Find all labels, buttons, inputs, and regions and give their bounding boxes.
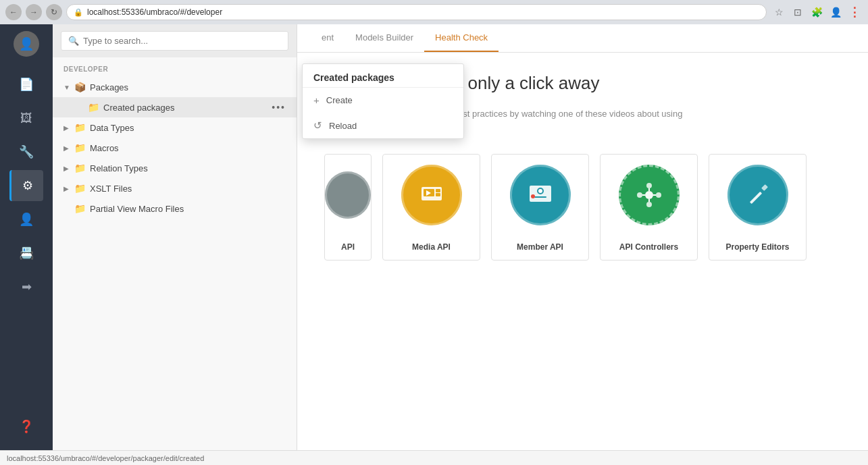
more-button[interactable]: ••• — [272, 102, 286, 113]
tree-sidebar: 🔍 DEVELOPER ▼ 📦 Packages 📁 Created packa… — [53, 24, 297, 450]
redirect-icon: ➡ — [22, 279, 32, 294]
xslt-files-label: XSLT Files — [90, 184, 286, 194]
avatar[interactable]: 👤 — [14, 31, 39, 57]
content-icon: 📄 — [19, 77, 34, 92]
profile-icon[interactable]: 👤 — [827, 4, 844, 20]
search-box: 🔍 — [53, 24, 297, 57]
card-circle — [492, 155, 588, 236]
icon-sidebar: 👤 📄 🖼 🔧 ⚙ 👤 📇 ➡ ❓ — [0, 24, 53, 450]
card-circle — [383, 155, 480, 236]
dropdown-create[interactable]: + Create — [303, 88, 463, 113]
settings-icon: 🔧 — [19, 144, 34, 159]
tab-ent[interactable]: ent — [311, 24, 344, 52]
macros-label: Macros — [90, 143, 286, 153]
folder-icon: 📁 — [74, 122, 86, 133]
tab-models-builder-label: Models Builder — [355, 32, 413, 43]
browser-bar: ← → ↻ 🔒 localhost:55336/umbraco/#/develo… — [0, 0, 868, 24]
tab-ent-label: ent — [322, 32, 334, 43]
arrow-right-icon: ▶ — [63, 124, 70, 132]
partial-view-macro-label: Partial View Macro Files — [90, 204, 286, 214]
media-icon: 🖼 — [20, 111, 32, 126]
tree-item-created-packages[interactable]: 📁 Created packages ••• — [53, 97, 297, 117]
sidebar-item-users[interactable]: 👤 — [9, 204, 43, 235]
status-url: localhost:55336/umbraco/#/developer/pack… — [7, 454, 204, 462]
sidebar-item-redirect[interactable]: ➡ — [9, 271, 43, 302]
lock-icon: 🔒 — [74, 8, 83, 17]
help-icon: ❓ — [19, 419, 34, 434]
extension-icon[interactable]: 🧩 — [809, 4, 825, 20]
card-label: Media API — [383, 236, 480, 260]
video-cards: API — [324, 154, 841, 261]
tree-item-relation-types[interactable]: ▶ 📁 Relation Types — [53, 158, 297, 178]
sidebar-item-media[interactable]: 🖼 — [9, 103, 43, 134]
folder-icon: 📁 — [74, 142, 86, 153]
reload-icon: ↺ — [313, 119, 322, 132]
created-packages-label: Created packages — [103, 103, 267, 113]
folder-icon: 📁 — [88, 102, 99, 113]
app-container: 👤 📄 🖼 🔧 ⚙ 👤 📇 ➡ ❓ 🔍 — [0, 24, 868, 450]
tree-item-packages[interactable]: ▼ 📦 Packages — [53, 77, 297, 97]
arrow-right-icon: ▶ — [63, 185, 70, 192]
card-label: Member API — [492, 236, 588, 260]
sidebar-item-help[interactable]: ❓ — [9, 411, 43, 442]
folder-icon: 📦 — [74, 82, 86, 92]
tree-item-xslt-files[interactable]: ▶ 📁 XSLT Files — [53, 178, 297, 198]
tab-health-check[interactable]: Health Check — [424, 24, 499, 52]
create-label: Create — [326, 95, 353, 105]
star-icon[interactable]: ☆ — [771, 4, 787, 20]
url-text: localhost:55336/umbraco/#/developer — [87, 7, 222, 17]
dropdown-menu: Created packages + Create ↺ Reload — [302, 63, 464, 139]
search-icon: 🔍 — [68, 36, 79, 46]
packages-label: Packages — [90, 82, 286, 92]
tree-item-partial-view-macro-files[interactable]: 📁 Partial View Macro Files — [53, 198, 297, 219]
card-label: API Controllers — [601, 236, 697, 260]
menu-icon[interactable]: ⋮ — [846, 4, 863, 20]
folder-icon: 📁 — [74, 163, 86, 173]
tab-models-builder[interactable]: Models Builder — [344, 24, 424, 52]
dropdown-title: Created packages — [303, 64, 463, 88]
tree-item-data-types[interactable]: ▶ 📁 Data Types — [53, 117, 297, 138]
developer-icon: ⚙ — [22, 178, 33, 193]
dropdown-reload[interactable]: ↺ Reload — [303, 113, 463, 138]
sidebar-item-settings[interactable]: 🔧 — [9, 136, 43, 167]
sidebar-item-content[interactable]: 📄 — [9, 69, 43, 100]
arrow-right-icon: ▶ — [63, 165, 70, 172]
reload-label: Reload — [329, 121, 357, 131]
card-label: API — [325, 236, 371, 260]
card-circle — [601, 155, 697, 236]
sidebar-item-developer[interactable]: ⚙ — [9, 170, 43, 201]
plus-icon: + — [313, 94, 320, 106]
folder-icon: 📁 — [74, 183, 86, 194]
sidebar-item-members[interactable]: 📇 — [9, 238, 43, 269]
video-card-media-api[interactable]: Media API — [382, 154, 480, 261]
video-card-partial[interactable]: API — [324, 154, 372, 261]
status-bar: localhost:55336/umbraco/#/developer/pack… — [0, 450, 868, 465]
data-types-label: Data Types — [90, 123, 286, 133]
screenshot-icon[interactable]: ⊡ — [790, 4, 806, 20]
video-card-property-editors[interactable]: Property Editors — [709, 154, 807, 261]
folder-icon: 📁 — [74, 203, 86, 214]
tree-item-macros[interactable]: ▶ 📁 Macros — [53, 138, 297, 158]
forward-button[interactable]: → — [26, 4, 42, 20]
address-bar[interactable]: 🔒 localhost:55336/umbraco/#/developer — [66, 4, 767, 20]
back-button[interactable]: ← — [5, 4, 22, 20]
search-input[interactable] — [83, 36, 281, 46]
video-card-member-api[interactable]: Member API — [491, 154, 589, 261]
users-icon: 👤 — [19, 212, 34, 227]
arrow-right-icon: ▶ — [63, 144, 70, 152]
card-label: Property Editors — [709, 236, 806, 260]
tab-health-check-label: Health Check — [435, 32, 488, 43]
browser-icons: ☆ ⊡ 🧩 👤 ⋮ — [771, 4, 863, 20]
search-input-wrap[interactable]: 🔍 — [61, 31, 288, 51]
members-icon: 📇 — [19, 246, 34, 261]
tree-section-label: DEVELOPER — [53, 57, 297, 77]
relation-types-label: Relation Types — [90, 163, 286, 173]
video-card-api-controllers[interactable]: API Controllers — [600, 154, 698, 261]
card-circle — [709, 155, 806, 236]
tab-bar: ent Models Builder Health Check — [297, 24, 868, 53]
arrow-down-icon: ▼ — [63, 84, 70, 91]
card-circle — [325, 155, 371, 236]
reload-button[interactable]: ↻ — [46, 4, 62, 20]
